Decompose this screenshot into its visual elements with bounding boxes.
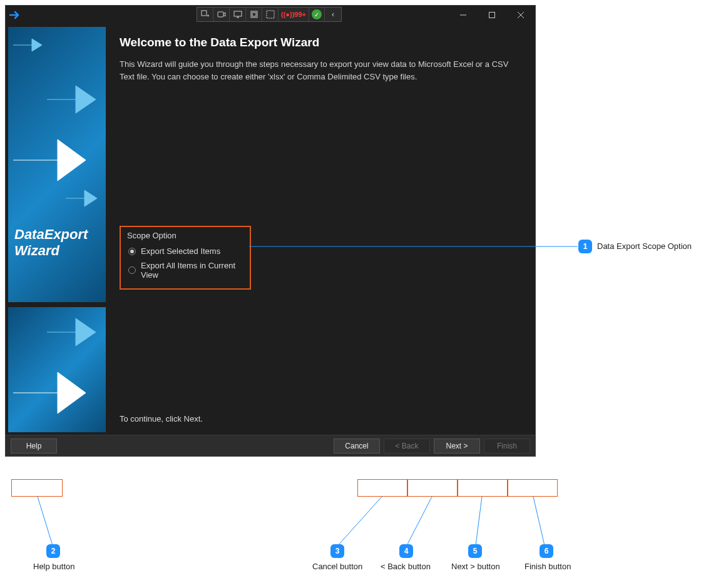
callout-5-label: Next > button <box>451 562 500 571</box>
wizard-heading: Welcome to the Data Export Wizard <box>120 36 521 49</box>
maximize-button[interactable] <box>478 6 506 24</box>
next-button[interactable]: Next > <box>434 438 480 454</box>
decor-arrow-icon <box>46 313 106 351</box>
callout-2-num: 2 <box>46 544 60 558</box>
callout-leader-line <box>532 497 551 547</box>
callout-leader-line <box>334 497 384 547</box>
svg-line-8 <box>38 497 53 545</box>
finish-button[interactable]: Finish <box>484 438 530 454</box>
sidebar-banner-bottom <box>8 307 106 432</box>
status-ok-icon[interactable]: ✓ <box>309 8 325 21</box>
callout-5-num: 5 <box>468 544 482 558</box>
callout-box-cancel <box>357 479 407 497</box>
toolbar-add-icon[interactable] <box>197 8 213 21</box>
callout-leader-line <box>473 497 492 547</box>
radio-export-selected[interactable]: Export Selected Items <box>127 244 243 258</box>
sidebar: DataExport Wizard <box>6 24 106 435</box>
svg-line-9 <box>338 497 382 545</box>
cancel-button[interactable]: Cancel <box>334 438 380 454</box>
app-arrow-icon <box>6 6 24 24</box>
decor-arrow-icon <box>11 365 105 421</box>
svg-rect-6 <box>489 13 495 18</box>
svg-line-11 <box>476 497 482 545</box>
callout-6-label: Finish button <box>524 562 571 571</box>
titlebar-toolbar: ((●))99+ ✓ ‹ <box>197 7 342 22</box>
callout-4-num: 4 <box>399 544 413 558</box>
continue-hint: To continue, click Next. <box>120 414 203 423</box>
callout-4-label: < Back button <box>381 562 431 571</box>
content-row: DataExport Wizard Welcome to the Data Ex… <box>6 24 535 435</box>
callout-2-label: Help button <box>33 562 75 571</box>
svg-rect-5 <box>267 11 274 18</box>
notification-count: 99+ <box>294 11 306 18</box>
callout-leader-line <box>404 497 436 547</box>
svg-rect-2 <box>234 11 242 16</box>
callout-6-num: 6 <box>540 544 553 558</box>
callout-leader-line <box>35 497 60 547</box>
radio-label: Export Selected Items <box>141 246 220 256</box>
minimize-button[interactable] <box>449 6 478 24</box>
sidebar-banner-top: DataExport Wizard <box>8 27 106 302</box>
svg-line-10 <box>407 497 432 545</box>
toolbar-window-icon[interactable] <box>246 8 262 21</box>
sidebar-title-line1: DataExport <box>14 226 88 242</box>
toolbar-record-icon[interactable] <box>213 8 230 21</box>
decor-arrow-icon <box>12 36 49 54</box>
help-button[interactable]: Help <box>11 438 57 454</box>
svg-rect-4 <box>252 13 256 16</box>
radio-icon <box>128 248 136 255</box>
main-pane: Welcome to the Data Export Wizard This W… <box>106 24 535 435</box>
callout-3-label: Cancel button <box>312 562 362 571</box>
wizard-description: This Wizard will guide you through the s… <box>120 58 520 83</box>
sidebar-title-line2: Wizard <box>14 243 88 258</box>
toolbar-screen-cursor-icon[interactable] <box>230 8 246 21</box>
titlebar: ((●))99+ ✓ ‹ <box>6 6 535 24</box>
scope-option-group: Scope Option Export Selected Items Expor… <box>120 226 251 290</box>
toolbar-region-icon[interactable] <box>262 8 279 21</box>
close-button[interactable] <box>506 6 535 24</box>
radio-icon <box>128 266 136 274</box>
callout-1-num: 1 <box>578 240 592 253</box>
decor-arrow-icon <box>64 187 106 210</box>
back-button[interactable]: < Back <box>384 438 430 454</box>
radio-label: Export All Items in Current View <box>141 261 242 280</box>
button-bar: Help Cancel < Back Next > Finish <box>6 435 535 456</box>
decor-arrow-icon <box>11 132 105 188</box>
callout-box-finish <box>508 479 558 497</box>
wizard-window: ((●))99+ ✓ ‹ <box>5 5 536 457</box>
svg-line-12 <box>533 497 545 545</box>
radio-export-all[interactable]: Export All Items in Current View <box>127 258 243 282</box>
callout-box-next <box>458 479 508 497</box>
callout-box-help <box>11 479 63 497</box>
window-controls <box>449 6 535 24</box>
notification-badge[interactable]: ((●))99+ <box>279 11 309 18</box>
toolbar-chevron-left-icon[interactable]: ‹ <box>325 8 341 21</box>
decor-arrow-icon <box>46 81 106 118</box>
scope-legend: Scope Option <box>127 231 243 240</box>
callout-3-num: 3 <box>330 544 344 558</box>
callout-1-label: Data Export Scope Option <box>597 241 692 251</box>
svg-rect-0 <box>202 11 207 16</box>
svg-rect-1 <box>218 12 223 17</box>
callout-box-back <box>407 479 458 497</box>
sidebar-title: DataExport Wizard <box>14 226 88 258</box>
